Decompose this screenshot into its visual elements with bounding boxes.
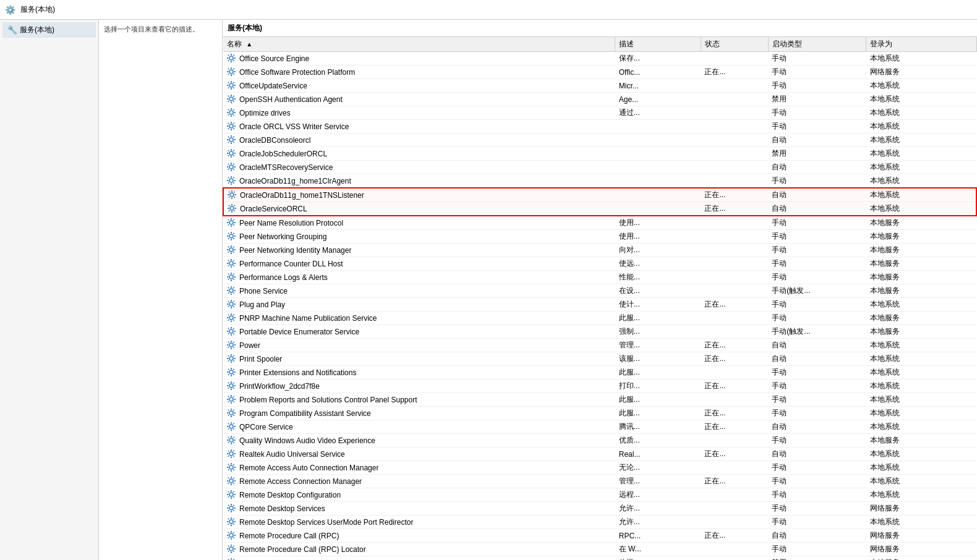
table-row[interactable]: Remote Procedure Call (RPC)RPC...正在...自动… — [223, 529, 976, 543]
col-header-login[interactable]: 登录为 — [866, 37, 976, 52]
service-name-cell: Quality Windows Audio Video Experience — [223, 434, 615, 448]
service-startup-cell: 手动 — [768, 52, 866, 66]
col-header-startup[interactable]: 启动类型 — [768, 37, 866, 52]
table-row[interactable]: OracleDBConsoleorcl自动本地系统 — [223, 134, 976, 147]
table-container[interactable]: 名称 ▲ 描述 状态 启动类型 — [223, 37, 977, 560]
svg-rect-46 — [231, 122, 232, 124]
service-name-wrapper: Portable Device Enumerator Service — [227, 327, 612, 337]
service-status-cell — [701, 312, 768, 325]
table-row[interactable]: OracleOraDb11g_home1ClrAgent手动本地系统 — [223, 174, 976, 189]
svg-rect-190 — [231, 341, 232, 342]
table-row[interactable]: Office Source Engine保存...手动本地系统 — [223, 52, 976, 66]
table-row[interactable]: PNRP Machine Name Publication Service此服.… — [223, 312, 976, 325]
col-header-name[interactable]: 名称 ▲ — [223, 37, 615, 52]
svg-point-117 — [229, 234, 233, 238]
sidebar: 🔧 服务(本地) — [0, 20, 99, 560]
service-status-cell — [701, 284, 768, 298]
table-row[interactable]: Portable Device Enumerator Service强制...手… — [223, 325, 976, 339]
table-row[interactable]: Oracle ORCL VSS Writer Service手动本地系统 — [223, 120, 976, 134]
table-row[interactable]: Optimize drives通过...手动本地系统 — [223, 106, 976, 120]
table-row[interactable]: Remote Desktop Services UserMode Port Re… — [223, 515, 976, 529]
svg-rect-307 — [231, 517, 232, 519]
service-login-cell: 本地系统 — [866, 134, 976, 147]
service-desc-cell: 优质... — [615, 434, 701, 448]
svg-rect-29 — [231, 101, 232, 103]
svg-point-288 — [229, 493, 233, 496]
service-startup-cell: 自动 — [768, 188, 866, 202]
service-name-wrapper: Remote Procedure Call (RPC) — [227, 531, 612, 541]
table-row[interactable]: Problem Reports and Solutions Control Pa… — [223, 393, 976, 407]
table-row[interactable]: OracleServiceORCL正在...自动本地系统 — [223, 202, 976, 216]
svg-rect-172 — [231, 313, 232, 315]
service-status-cell: 正在... — [701, 339, 768, 352]
table-row[interactable]: Performance Counter DLL Host使远...手动本地服务 — [223, 257, 976, 271]
table-row[interactable]: Realtek Audio Universal ServiceReal...正在… — [223, 448, 976, 461]
service-name-cell: Optimize drives — [223, 106, 615, 120]
table-row[interactable]: Peer Networking Identity Manager向对...手动本… — [223, 244, 976, 257]
service-icon — [227, 67, 237, 77]
table-row[interactable]: Phone Service在设...手动(触发...本地服务 — [223, 284, 976, 298]
service-name-wrapper: PNRP Machine Name Publication Service — [227, 313, 612, 323]
svg-rect-136 — [231, 259, 232, 261]
table-row[interactable]: Office Software Protection PlatformOffic… — [223, 66, 976, 79]
svg-rect-145 — [231, 273, 232, 274]
svg-rect-210 — [227, 371, 229, 373]
svg-rect-15 — [233, 73, 235, 75]
table-row[interactable]: Plug and Play使计...正在...手动本地系统 — [223, 298, 976, 312]
svg-rect-330 — [233, 550, 235, 552]
svg-rect-224 — [228, 387, 229, 389]
col-header-status[interactable]: 状态 — [701, 37, 768, 52]
svg-rect-319 — [234, 535, 236, 536]
svg-rect-182 — [231, 334, 232, 336]
table-row[interactable]: QPCore Service腾讯...正在...自动本地系统 — [223, 420, 976, 434]
table-row[interactable]: Quality Windows Audio Video Experience优质… — [223, 434, 976, 448]
service-name-text: Program Compatibility Assistant Service — [239, 409, 371, 418]
service-desc-cell: 打印... — [615, 380, 701, 393]
svg-rect-97 — [234, 191, 236, 193]
service-name-cell: Remote Desktop Services UserMode Port Re… — [223, 515, 615, 529]
svg-rect-179 — [228, 319, 229, 321]
table-row[interactable]: Performance Logs & Alerts性能...手动本地服务 — [223, 271, 976, 284]
table-row[interactable]: Remote Desktop Configuration远程...手动本地系统 — [223, 488, 976, 502]
service-login-cell: 本地系统 — [866, 448, 976, 461]
service-name-wrapper: Office Software Protection Platform — [227, 67, 612, 77]
service-desc-cell: 性能... — [615, 271, 701, 284]
svg-rect-155 — [231, 293, 232, 295]
service-name-cell: Oracle ORCL VSS Writer Service — [223, 120, 615, 134]
service-name-text: Quality Windows Audio Video Experience — [239, 436, 375, 445]
col-header-desc[interactable]: 描述 — [615, 37, 701, 52]
table-row[interactable]: Power管理...正在...自动本地系统 — [223, 339, 976, 352]
table-row[interactable]: Remote Access Connection Manager管理...正在.… — [223, 475, 976, 488]
service-desc-cell — [615, 147, 701, 161]
service-name-text: OracleDBConsoleorcl — [239, 136, 310, 145]
sidebar-item-local[interactable]: 🔧 服务(本地) — [2, 22, 96, 38]
svg-point-162 — [229, 302, 233, 306]
svg-rect-299 — [231, 511, 232, 512]
svg-rect-102 — [228, 208, 229, 209]
table-row[interactable]: Peer Name Resolution Protocol使用...手动本地服务 — [223, 216, 976, 230]
table-row[interactable]: OracleMTSRecoveryService自动本地系统 — [223, 161, 976, 174]
table-row[interactable]: Remote Procedure Call (RPC) Locator在 W..… — [223, 543, 976, 556]
service-name-text: OpenSSH Authentication Agent — [239, 95, 343, 104]
table-row[interactable]: Remote Registry使远...禁用本地服务 — [223, 556, 976, 561]
service-login-cell: 本地系统 — [866, 393, 976, 407]
table-row[interactable]: OpenSSH Authentication AgentAge...禁用本地系统 — [223, 93, 976, 106]
table-row[interactable]: Print Spooler该服...正在...自动本地系统 — [223, 352, 976, 366]
service-startup-cell: 手动 — [768, 366, 866, 380]
svg-rect-82 — [231, 176, 232, 178]
table-row[interactable]: Remote Access Auto Connection Manager无论.… — [223, 461, 976, 475]
service-startup-cell: 手动 — [768, 515, 866, 529]
table-row[interactable]: PrintWorkflow_2dcd7f8e打印...正在...手动本地系统 — [223, 380, 976, 393]
table-row[interactable]: Printer Extensions and Notifications此服..… — [223, 366, 976, 380]
table-row[interactable]: OfficeUpdateServiceMicr...手动本地系统 — [223, 79, 976, 93]
service-icon — [227, 232, 237, 242]
svg-rect-132 — [233, 251, 235, 253]
table-row[interactable]: Remote Desktop Services允许...手动网络服务 — [223, 502, 976, 515]
table-row[interactable]: Program Compatibility Assistant Service此… — [223, 407, 976, 420]
table-row[interactable]: Peer Networking Grouping使用...手动本地服务 — [223, 230, 976, 244]
svg-rect-149 — [228, 273, 229, 275]
svg-rect-191 — [231, 347, 232, 349]
table-row[interactable]: OracleOraDb11g_home1TNSListener正在...自动本地… — [223, 188, 976, 202]
table-row[interactable]: OracleJobSchedulerORCL禁用本地系统 — [223, 147, 976, 161]
svg-rect-242 — [228, 414, 229, 416]
